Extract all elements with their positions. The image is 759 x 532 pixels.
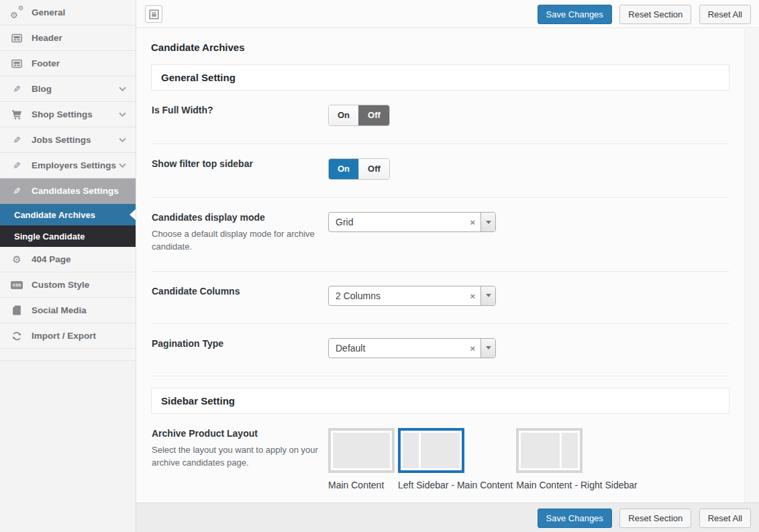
layout-thumbnail-selected bbox=[398, 428, 464, 473]
field-row-candidate-columns: Candidate Columns 2 Columns × bbox=[151, 272, 729, 324]
layout-thumbnail bbox=[328, 428, 395, 473]
pagination-type-select[interactable]: Default × bbox=[328, 338, 496, 358]
sidebar-item-employers-settings[interactable]: ✎ Employers Settings bbox=[0, 153, 136, 178]
field-label: Is Full Width? bbox=[152, 105, 320, 115]
field-row-filter-top-sidebar: Show filter top sidebar On Off bbox=[151, 144, 729, 198]
pencil-icon: ✎ bbox=[9, 159, 24, 172]
layout-options: Main Content Left Sidebar - Main Content bbox=[328, 428, 729, 490]
reset-section-button[interactable]: Reset Section bbox=[619, 509, 691, 528]
settings-sidebar: ⚙⚙ General Header Footer ✎ Blog bbox=[0, 0, 136, 532]
sidebar-item-label: 404 Page bbox=[32, 254, 71, 264]
sidebar-item-footer[interactable]: Footer bbox=[0, 51, 136, 76]
sidebar-item-custom-style[interactable]: css Custom Style bbox=[0, 272, 136, 298]
save-changes-button[interactable]: Save Changes bbox=[538, 5, 612, 24]
top-toolbar: Save Changes Reset Section Reset All bbox=[136, 0, 759, 28]
gears-icon: ⚙⚙ bbox=[9, 6, 24, 19]
chevron-down-icon bbox=[119, 138, 126, 143]
layout-icon bbox=[149, 9, 159, 19]
filter-top-sidebar-toggle: On Off bbox=[328, 158, 390, 180]
caret-down-icon bbox=[486, 221, 491, 227]
reset-section-button[interactable]: Reset Section bbox=[619, 5, 691, 24]
section-header-general: General Setting bbox=[151, 64, 729, 91]
section-header-sidebar: Sidebar Setting bbox=[151, 388, 729, 414]
full-width-toggle: On Off bbox=[328, 105, 390, 126]
sidebar-item-import-export[interactable]: Import / Export bbox=[0, 323, 136, 349]
select-value: 2 Columns bbox=[336, 290, 381, 301]
layout-option-left-sidebar-main-content[interactable]: Left Sidebar - Main Content bbox=[398, 428, 513, 490]
chevron-down-icon bbox=[119, 112, 126, 117]
layout-option-label: Main Content bbox=[328, 480, 395, 490]
sidebar-item-label: Social Media bbox=[32, 305, 87, 315]
field-row-display-mode: Candidates display mode Choose a default… bbox=[151, 198, 729, 272]
field-description: Select the layout you want to apply on y… bbox=[152, 444, 320, 470]
dropdown-arrow-button[interactable] bbox=[480, 213, 495, 231]
gear-icon: ⚙ bbox=[9, 253, 24, 266]
field-description: Choose a default display mode for archiv… bbox=[152, 228, 320, 254]
reset-all-button[interactable]: Reset All bbox=[699, 5, 751, 24]
dropdown-arrow-button[interactable] bbox=[480, 339, 495, 358]
caret-down-icon bbox=[486, 294, 491, 300]
sidebar-item-label: General bbox=[32, 7, 65, 17]
clear-selection-icon[interactable]: × bbox=[470, 339, 475, 358]
sidebar-item-jobs-settings[interactable]: ✎ Jobs Settings bbox=[0, 127, 136, 153]
page-title: Candidate Archives bbox=[151, 42, 729, 53]
sidebar-item-shop-settings[interactable]: Shop Settings bbox=[0, 102, 136, 127]
bottom-toolbar: Save Changes Reset Section Reset All bbox=[136, 502, 759, 532]
layout-thumbnail bbox=[516, 428, 583, 473]
sidebar-item-blog[interactable]: ✎ Blog bbox=[0, 76, 136, 102]
sidebar-item-404-page[interactable]: ⚙ 404 Page bbox=[0, 247, 136, 272]
current-item-arrow bbox=[130, 209, 136, 220]
pencil-icon: ✎ bbox=[9, 83, 24, 96]
sidebar-subitem-label: Candidate Archives bbox=[14, 210, 95, 220]
sidebar-item-header[interactable]: Header bbox=[0, 25, 136, 51]
sidebar-item-label: Import / Export bbox=[32, 331, 96, 341]
sidebar-subitem-single-candidate[interactable]: Single Candidate bbox=[0, 225, 136, 247]
sync-icon bbox=[9, 329, 24, 343]
layout-option-label: Main Content - Right Sidebar bbox=[516, 480, 638, 490]
sidebar-spacer bbox=[0, 349, 136, 361]
right-margin-strip bbox=[745, 29, 759, 502]
cart-icon bbox=[9, 108, 24, 121]
field-label: Candidates display mode bbox=[152, 212, 320, 223]
toggle-off-button[interactable]: Off bbox=[358, 105, 389, 125]
toggle-off-button[interactable]: Off bbox=[358, 159, 389, 179]
toolbar-actions: Save Changes Reset Section Reset All bbox=[533, 5, 751, 24]
chevron-down-icon bbox=[119, 87, 126, 92]
display-mode-select[interactable]: Grid × bbox=[328, 212, 496, 232]
sidebar-item-candidates-settings[interactable]: ✎ Candidates Settings bbox=[0, 178, 136, 204]
field-row-full-width: Is Full Width? On Off bbox=[151, 91, 729, 144]
save-changes-button[interactable]: Save Changes bbox=[538, 509, 612, 528]
sidebar-item-label: Candidates Settings bbox=[32, 186, 119, 196]
sidebar-subitem-label: Single Candidate bbox=[14, 231, 85, 242]
sidebar-item-general[interactable]: ⚙⚙ General bbox=[0, 0, 136, 25]
panel-toggle-button[interactable] bbox=[145, 5, 162, 23]
sidebar-item-social-media[interactable]: Social Media bbox=[0, 298, 136, 323]
pencil-icon: ✎ bbox=[9, 184, 24, 198]
sidebar-item-label: Employers Settings bbox=[32, 160, 116, 170]
clear-selection-icon[interactable]: × bbox=[470, 213, 475, 232]
toggle-on-button[interactable]: On bbox=[329, 159, 358, 179]
layout-option-main-content[interactable]: Main Content bbox=[328, 428, 395, 490]
candidate-columns-select[interactable]: 2 Columns × bbox=[328, 286, 496, 306]
sidebar-subitem-candidate-archives[interactable]: Candidate Archives bbox=[0, 204, 136, 225]
caret-down-icon bbox=[486, 346, 491, 352]
panel-icon bbox=[9, 57, 24, 70]
reset-all-button[interactable]: Reset All bbox=[699, 509, 751, 528]
sidebar-item-label: Shop Settings bbox=[32, 109, 93, 119]
field-row-archive-layout: Archive Product Layout Select the layout… bbox=[151, 414, 729, 502]
css-icon: css bbox=[9, 278, 24, 292]
clear-selection-icon[interactable]: × bbox=[470, 286, 475, 306]
options-content: Candidate Archives General Setting Is Fu… bbox=[136, 29, 745, 502]
panel-icon bbox=[9, 32, 24, 45]
layout-option-label: Left Sidebar - Main Content bbox=[398, 480, 513, 490]
sidebar-item-label: Blog bbox=[32, 84, 52, 94]
field-label: Candidate Columns bbox=[152, 286, 320, 297]
layout-option-main-content-right-sidebar[interactable]: Main Content - Right Sidebar bbox=[516, 428, 638, 490]
toggle-on-button[interactable]: On bbox=[329, 105, 358, 125]
field-row-pagination-type: Pagination Type Default × bbox=[151, 324, 729, 376]
dropdown-arrow-button[interactable] bbox=[480, 286, 495, 305]
sidebar-item-label: Custom Style bbox=[32, 280, 89, 290]
sidebar-item-label: Footer bbox=[32, 58, 60, 68]
toolbar-actions: Save Changes Reset Section Reset All bbox=[533, 509, 751, 528]
field-label: Archive Product Layout bbox=[152, 428, 320, 439]
